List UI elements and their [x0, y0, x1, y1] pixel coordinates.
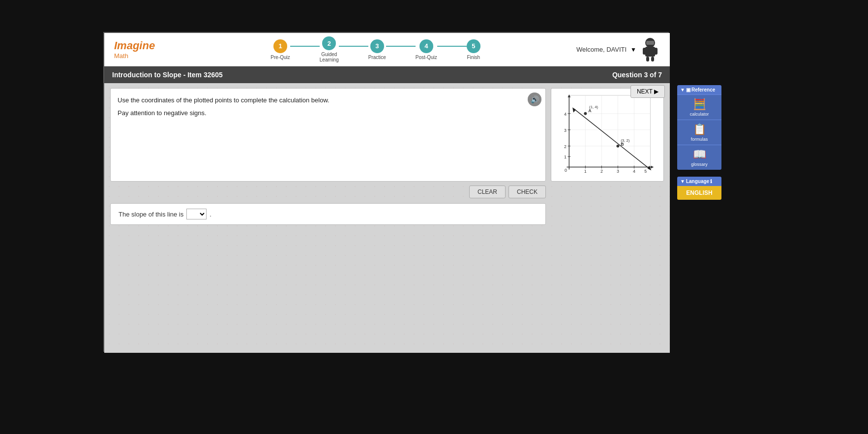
chevron-down-icon: ▼	[680, 87, 685, 93]
check-button[interactable]: CHECK	[509, 186, 546, 198]
clear-button[interactable]: CLEAR	[469, 186, 506, 198]
step-line-2-3	[339, 46, 368, 47]
slope-answer-box: The slope of this line is -1 -2 1 2 .	[110, 203, 546, 225]
language-info-icon[interactable]: ℹ	[710, 179, 712, 184]
coordinate-graph: 4 3 2 1 1 2	[558, 93, 657, 177]
question-panel: 🔊 Use the coordinates of the plotted poi…	[110, 88, 546, 182]
app-frame: Imagine Math 1 Pre-Quiz 2 GuidedLearning	[103, 32, 669, 352]
language-label: Language	[686, 179, 709, 184]
header: Imagine Math 1 Pre-Quiz 2 GuidedLearning	[104, 33, 670, 66]
svg-point-43	[616, 145, 619, 148]
avatar	[640, 38, 660, 62]
step-4[interactable]: 4 Post-Quiz	[416, 39, 437, 60]
calculator-label: calculator	[690, 112, 709, 117]
step-label-3: Practice	[368, 55, 386, 60]
svg-text:2: 2	[600, 169, 603, 174]
step-5[interactable]: 5 Finish	[467, 39, 480, 60]
svg-text:4: 4	[633, 169, 635, 174]
logo-imagine: Imagine	[114, 39, 155, 52]
welcome-dropdown-icon[interactable]: ▼	[630, 46, 636, 53]
svg-text:3: 3	[617, 169, 619, 174]
step-circle-1[interactable]: 1	[273, 39, 287, 53]
title-bar: Introduction to Slope - Item 32605 Quest…	[104, 66, 670, 83]
svg-rect-5	[651, 57, 654, 62]
step-2[interactable]: 2 GuidedLearning	[320, 36, 339, 62]
formulas-label: formulas	[691, 137, 708, 142]
svg-rect-7	[569, 95, 650, 167]
question-text: Use the coordinates of the plotted point…	[118, 95, 539, 118]
svg-rect-6	[646, 41, 654, 45]
welcome-area: Welcome, DAVITI ▼	[576, 38, 660, 62]
item-title: Introduction to Slope - Item 32605	[112, 71, 223, 79]
progress-bar: 1 Pre-Quiz 2 GuidedLearning 3 Practice	[175, 36, 576, 62]
svg-rect-4	[646, 57, 649, 62]
svg-text:2: 2	[564, 144, 567, 149]
slope-suffix: .	[210, 211, 211, 218]
question-graph-row: 🔊 Use the coordinates of the plotted poi…	[110, 88, 664, 182]
logo-area: Imagine Math	[114, 39, 155, 60]
svg-text:1: 1	[584, 169, 587, 174]
question-counter: Question 3 of 7	[612, 71, 662, 79]
svg-text:4: 4	[564, 112, 567, 117]
glossary-icon: 📖	[693, 148, 706, 161]
welcome-text: Welcome, DAVITI	[576, 46, 627, 53]
step-3[interactable]: 3 Practice	[368, 39, 386, 60]
svg-text:3: 3	[564, 128, 567, 133]
instruction-line2: Pay attention to negative signs.	[118, 108, 539, 118]
svg-text:(3, 2): (3, 2)	[621, 138, 630, 143]
glossary-button[interactable]: 📖 glossary	[677, 145, 721, 170]
step-label-2: GuidedLearning	[320, 52, 339, 62]
svg-text:(1, 4): (1, 4)	[589, 105, 599, 109]
svg-rect-3	[654, 48, 658, 55]
instruction-line1: Use the coordinates of the plotted point…	[118, 95, 539, 105]
formulas-icon: 📋	[693, 123, 706, 136]
step-circle-5[interactable]: 5	[467, 39, 480, 53]
formulas-button[interactable]: 📋 formulas	[677, 120, 721, 145]
svg-point-40	[584, 112, 587, 115]
step-circle-4[interactable]: 4	[419, 39, 433, 53]
graph-panel: 4 3 2 1 1 2	[551, 88, 664, 182]
glossary-label: glossary	[691, 162, 708, 167]
svg-text:1: 1	[564, 155, 567, 159]
reference-icon: ▣	[686, 87, 690, 93]
step-1[interactable]: 1 Pre-Quiz	[270, 39, 290, 60]
logo-math: Math	[114, 52, 155, 60]
svg-marker-18	[651, 166, 654, 169]
slope-dropdown[interactable]: -1 -2 1 2	[186, 209, 207, 219]
step-label-4: Post-Quiz	[416, 55, 437, 60]
reference-panel: ▼ ▣ Reference 🧮 calculator 📋 formulas 📖	[677, 85, 721, 200]
step-line-1-2	[290, 46, 320, 47]
svg-rect-2	[643, 48, 647, 55]
language-header: ▼ Language ℹ	[677, 177, 721, 186]
step-circle-3[interactable]: 3	[370, 39, 384, 53]
reference-header: ▼ ▣ Reference	[677, 85, 721, 94]
slope-prefix: The slope of this line is	[119, 211, 183, 218]
english-button[interactable]: ENGLISH	[677, 186, 721, 200]
svg-text:5: 5	[644, 169, 647, 174]
step-line-4-5	[437, 46, 467, 47]
language-panel: ▼ Language ℹ ENGLISH	[677, 177, 721, 200]
reference-label: Reference	[691, 87, 715, 93]
step-label-1: Pre-Quiz	[270, 55, 290, 60]
language-chevron-icon: ▼	[680, 179, 685, 184]
main-content: NEXT ▶ 🔊 Use the coordinates of the plot…	[104, 83, 670, 353]
calculator-button[interactable]: 🧮 calculator	[677, 94, 721, 120]
svg-text:0: 0	[565, 168, 567, 173]
calculator-icon: 🧮	[693, 98, 706, 111]
next-button[interactable]: NEXT ▶	[630, 85, 665, 98]
sound-button[interactable]: 🔊	[528, 93, 541, 106]
action-buttons-row: CLEAR CHECK	[110, 186, 664, 198]
step-line-3-4	[386, 46, 416, 47]
step-label-5: Finish	[467, 55, 480, 60]
step-circle-2[interactable]: 2	[322, 36, 336, 50]
